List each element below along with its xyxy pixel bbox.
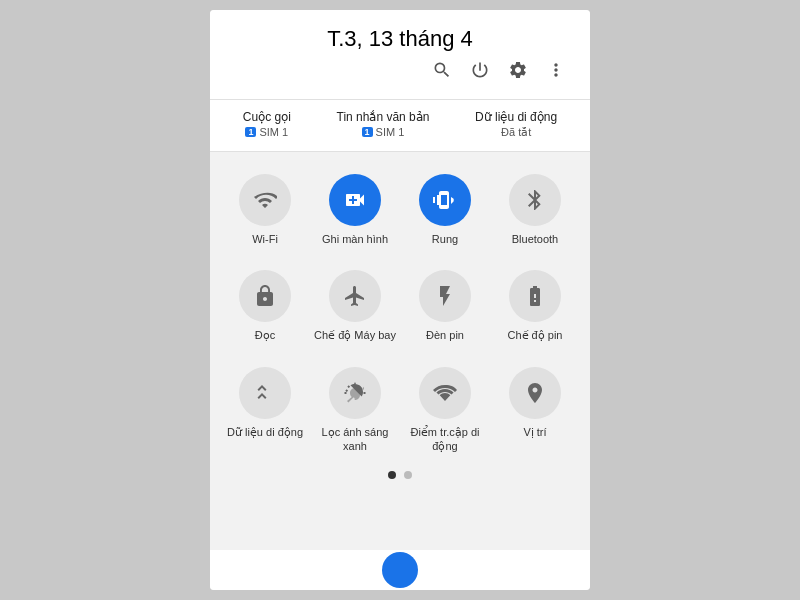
sms-sim-label: Tin nhắn văn bản <box>337 110 430 124</box>
tile-mobile-data[interactable]: Dữ liệu di động <box>220 357 310 464</box>
page-indicator <box>220 471 580 479</box>
settings-icon[interactable] <box>508 60 528 85</box>
home-button[interactable] <box>382 552 418 588</box>
mobile-data-icon-bg <box>239 367 291 419</box>
vibrate-icon-bg <box>419 174 471 226</box>
tile-screen-record[interactable]: Ghi màn hình <box>310 164 400 256</box>
hotspot-icon-bg <box>419 367 471 419</box>
location-icon-bg <box>509 367 561 419</box>
mobile-data-icon <box>253 381 277 405</box>
date-title: T.3, 13 tháng 4 <box>230 26 570 52</box>
wifi-icon <box>253 188 277 212</box>
tile-hotspot[interactable]: Điểm tr.cập di động <box>400 357 490 464</box>
header: T.3, 13 tháng 4 <box>210 10 590 99</box>
tile-doc[interactable]: Đọc <box>220 260 310 352</box>
screen-record-label: Ghi màn hình <box>322 232 388 246</box>
tile-battery-saver[interactable]: Chế độ pin <box>490 260 580 352</box>
flashlight-icon <box>433 284 457 308</box>
blue-light-icon-bg <box>329 367 381 419</box>
vibrate-label: Rung <box>432 232 458 246</box>
tile-airplane[interactable]: Chế độ Máy bay <box>310 260 400 352</box>
wifi-label: Wi-Fi <box>252 232 278 246</box>
bottom-bar <box>210 550 590 590</box>
location-label: Vị trí <box>523 425 546 439</box>
vibrate-icon <box>433 188 457 212</box>
airplane-icon-bg <box>329 270 381 322</box>
call-sim-label: Cuộc gọi <box>243 110 291 124</box>
phone-screen: T.3, 13 tháng 4 Cuộc gọi 1 SIM 1 <box>210 10 590 590</box>
location-icon <box>523 381 547 405</box>
more-vert-icon[interactable] <box>546 60 566 85</box>
tile-vibrate[interactable]: Rung <box>400 164 490 256</box>
tiles-row-1: Wi-Fi Ghi màn hình Rung Bl <box>220 164 580 256</box>
airplane-icon <box>343 284 367 308</box>
screen-record-icon-bg <box>329 174 381 226</box>
page-dot-1[interactable] <box>388 471 396 479</box>
battery-saver-icon-bg <box>509 270 561 322</box>
mobile-data-label: Dữ liệu di động <box>227 425 303 439</box>
tile-bluetooth[interactable]: Bluetooth <box>490 164 580 256</box>
bluetooth-icon-bg <box>509 174 561 226</box>
sms-sim-badge: 1 SIM 1 <box>362 126 405 138</box>
battery-saver-icon <box>523 284 547 308</box>
tile-wifi[interactable]: Wi-Fi <box>220 164 310 256</box>
sim-info-row: Cuộc gọi 1 SIM 1 Tin nhắn văn bản 1 SIM … <box>210 100 590 151</box>
hotspot-icon <box>433 381 457 405</box>
page-dot-2[interactable] <box>404 471 412 479</box>
tile-flashlight[interactable]: Đèn pin <box>400 260 490 352</box>
call-sim: Cuộc gọi 1 SIM 1 <box>243 110 291 139</box>
tile-location[interactable]: Vị trí <box>490 357 580 464</box>
bluetooth-icon <box>523 188 547 212</box>
data-sim: Dữ liệu di động Đã tắt <box>475 110 557 139</box>
flashlight-label: Đèn pin <box>426 328 464 342</box>
call-sim-badge: 1 SIM 1 <box>245 126 288 138</box>
header-actions <box>230 60 570 91</box>
power-icon[interactable] <box>470 60 490 85</box>
airplane-label: Chế độ Máy bay <box>314 328 396 342</box>
doc-icon <box>253 284 277 308</box>
blue-light-label: Lọc ánh sáng xanh <box>314 425 396 454</box>
doc-label: Đọc <box>255 328 275 342</box>
quick-settings-content: Wi-Fi Ghi màn hình Rung Bl <box>210 152 590 550</box>
tiles-row-3: Dữ liệu di động Lọc ánh sáng xanh Điểm t… <box>220 357 580 464</box>
battery-saver-label: Chế độ pin <box>508 328 563 342</box>
sms-sim: Tin nhắn văn bản 1 SIM 1 <box>337 110 430 139</box>
wifi-icon-bg <box>239 174 291 226</box>
bluetooth-label: Bluetooth <box>512 232 558 246</box>
blue-light-icon <box>343 381 367 405</box>
search-icon[interactable] <box>432 60 452 85</box>
tiles-row-2: Đọc Chế độ Máy bay Đèn pin <box>220 260 580 352</box>
screen-record-icon <box>343 188 367 212</box>
tile-blue-light[interactable]: Lọc ánh sáng xanh <box>310 357 400 464</box>
hotspot-label: Điểm tr.cập di động <box>404 425 486 454</box>
data-sim-badge: Đã tắt <box>501 126 531 139</box>
flashlight-icon-bg <box>419 270 471 322</box>
data-sim-label: Dữ liệu di động <box>475 110 557 124</box>
doc-icon-bg <box>239 270 291 322</box>
